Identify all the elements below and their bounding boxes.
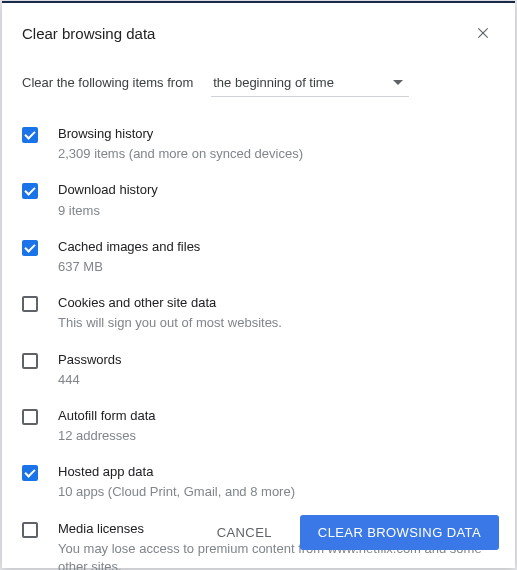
item-text: Download history9 items: [58, 181, 495, 219]
item-title: Cached images and files: [58, 238, 495, 256]
item-title: Browsing history: [58, 125, 495, 143]
item-text: Browsing history2,309 items (and more on…: [58, 125, 495, 163]
item-title: Cookies and other site data: [58, 294, 495, 312]
clear-browsing-data-dialog: Clear browsing data Clear the following …: [2, 1, 515, 568]
item-text: Autofill form data12 addresses: [58, 407, 495, 445]
item-text: Cached images and files637 MB: [58, 238, 495, 276]
data-type-item: Autofill form data12 addresses: [22, 399, 495, 455]
time-range-label: Clear the following items from: [22, 75, 193, 90]
dialog-title: Clear browsing data: [22, 25, 155, 42]
data-type-item: Cookies and other site dataThis will sig…: [22, 286, 495, 342]
item-subtitle: 12 addresses: [58, 427, 495, 445]
item-subtitle: 637 MB: [58, 258, 495, 276]
item-subtitle: 10 apps (Cloud Print, Gmail, and 8 more): [58, 483, 495, 501]
item-subtitle: This will sign you out of most websites.: [58, 314, 495, 332]
close-icon: [476, 26, 490, 40]
item-text: Hosted app data10 apps (Cloud Print, Gma…: [58, 463, 495, 501]
item-text: Cookies and other site dataThis will sig…: [58, 294, 495, 332]
close-button[interactable]: [469, 19, 497, 47]
item-title: Hosted app data: [58, 463, 495, 481]
clear-data-button[interactable]: CLEAR BROWSING DATA: [300, 515, 499, 550]
checkbox[interactable]: [22, 127, 38, 143]
data-type-item: Cached images and files637 MB: [22, 230, 495, 286]
item-subtitle: 2,309 items (and more on synced devices): [58, 145, 495, 163]
data-type-item: Download history9 items: [22, 173, 495, 229]
dialog-header: Clear browsing data: [2, 3, 515, 47]
item-title: Download history: [58, 181, 495, 199]
checkbox[interactable]: [22, 183, 38, 199]
item-title: Autofill form data: [58, 407, 495, 425]
chevron-down-icon: [393, 80, 403, 85]
data-type-item: Browsing history2,309 items (and more on…: [22, 117, 495, 173]
checkbox[interactable]: [22, 465, 38, 481]
checkbox[interactable]: [22, 240, 38, 256]
item-text: Passwords444: [58, 351, 495, 389]
time-range-row: Clear the following items from the begin…: [2, 47, 515, 107]
time-range-dropdown[interactable]: the beginning of time: [211, 71, 409, 97]
data-type-item: Passwords444: [22, 343, 495, 399]
item-subtitle: 444: [58, 371, 495, 389]
dialog-footer: CANCEL CLEAR BROWSING DATA: [2, 501, 515, 568]
cancel-button[interactable]: CANCEL: [199, 515, 290, 550]
item-subtitle: 9 items: [58, 202, 495, 220]
item-title: Passwords: [58, 351, 495, 369]
checkbox[interactable]: [22, 353, 38, 369]
checkbox[interactable]: [22, 296, 38, 312]
time-range-value: the beginning of time: [213, 75, 334, 90]
checkbox[interactable]: [22, 409, 38, 425]
